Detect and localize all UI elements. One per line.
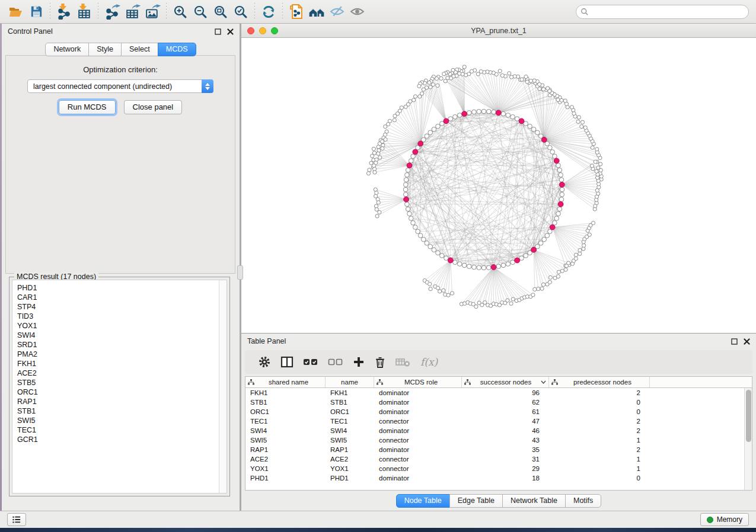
network-node[interactable]	[457, 262, 462, 267]
network-node[interactable]	[492, 110, 496, 114]
first-neighbors-button[interactable]	[307, 2, 327, 21]
network-node[interactable]	[553, 154, 557, 159]
deselect-all-checkboxes-icon[interactable]	[328, 358, 343, 366]
mcds-node[interactable]	[491, 265, 496, 270]
table-row[interactable]: YOX1YOX1connector291	[245, 464, 752, 473]
mcds-list-scrollbar[interactable]	[219, 280, 227, 493]
tab-network[interactable]: Network	[45, 43, 89, 56]
mcds-node[interactable]	[531, 247, 537, 252]
mcds-node[interactable]	[413, 149, 418, 155]
table-row[interactable]: TEC1TEC1connector472	[245, 416, 752, 426]
duplicate-network-button[interactable]	[286, 2, 307, 21]
mcds-result-list[interactable]: PHD1CAR1STP4TID3YOX1SWI4SRD1PMA2FKH1ACE2…	[12, 280, 219, 493]
settings-gear-icon[interactable]	[258, 355, 271, 368]
network-window-titlebar[interactable]: YPA_prune.txt_1	[241, 24, 756, 38]
network-node[interactable]	[559, 178, 564, 182]
network-node[interactable]	[428, 244, 433, 249]
mcds-result-item[interactable]: SWI5	[17, 416, 219, 425]
column-header-MCDS-role[interactable]: MCDS role	[374, 377, 462, 387]
mcds-result-item[interactable]: STP4	[17, 302, 219, 312]
network-node[interactable]	[439, 254, 444, 258]
table-row[interactable]: SWI5SWI5connector431	[245, 435, 752, 445]
network-node[interactable]	[403, 192, 408, 197]
network-node[interactable]	[432, 248, 436, 252]
network-node[interactable]	[545, 233, 550, 238]
import-network-button[interactable]	[54, 2, 74, 21]
open-file-button[interactable]	[6, 2, 26, 21]
network-node[interactable]	[404, 178, 409, 182]
network-node[interactable]	[486, 109, 491, 114]
network-node[interactable]	[407, 211, 412, 216]
tab-edge-table[interactable]: Edge Table	[449, 494, 503, 508]
tab-mcds[interactable]: MCDS	[158, 43, 196, 56]
mcds-result-item[interactable]: GCR1	[17, 435, 219, 444]
network-node[interactable]	[501, 111, 506, 116]
close-panel-button[interactable]: Close panel	[124, 100, 183, 114]
mcds-node[interactable]	[404, 197, 409, 202]
panel-splitter[interactable]	[240, 24, 241, 511]
network-node[interactable]	[432, 127, 436, 132]
save-session-button[interactable]	[26, 2, 46, 21]
mcds-result-item[interactable]: PHD1	[17, 283, 219, 293]
network-node[interactable]	[418, 233, 423, 238]
export-image-button[interactable]	[142, 2, 162, 21]
scrollbar-thumb[interactable]	[746, 390, 751, 442]
network-node[interactable]	[560, 192, 564, 197]
network-node[interactable]	[548, 145, 553, 150]
network-node[interactable]	[556, 211, 561, 216]
network-canvas[interactable]	[241, 38, 756, 333]
network-node[interactable]	[556, 163, 561, 168]
zoom-selected-button[interactable]	[231, 2, 251, 21]
network-node[interactable]	[477, 265, 481, 270]
mcds-result-item[interactable]: RAP1	[17, 397, 219, 406]
network-node[interactable]	[535, 130, 540, 135]
network-node[interactable]	[413, 225, 418, 230]
mcds-node[interactable]	[418, 141, 423, 146]
network-node[interactable]	[531, 127, 536, 132]
network-node[interactable]	[477, 109, 481, 114]
network-node[interactable]	[554, 216, 559, 221]
network-node[interactable]	[538, 241, 543, 246]
mcds-result-item[interactable]: ORC1	[17, 387, 219, 397]
network-node[interactable]	[559, 172, 563, 177]
criterion-select[interactable]: largest connected component (undirected)	[27, 79, 213, 93]
mcds-result-item[interactable]: ACE2	[17, 368, 219, 378]
run-mcds-button[interactable]: Run MCDS	[59, 100, 116, 114]
table-scrollbar[interactable]	[744, 388, 752, 490]
network-node[interactable]	[542, 237, 547, 242]
mcds-result-item[interactable]: YOX1	[17, 321, 219, 331]
show-all-button[interactable]	[347, 2, 367, 21]
network-node[interactable]	[560, 187, 564, 192]
mcds-node[interactable]	[519, 118, 524, 124]
zoom-out-button[interactable]	[190, 2, 210, 21]
network-node[interactable]	[462, 263, 467, 268]
tab-node-table[interactable]: Node Table	[396, 494, 450, 508]
mcds-result-item[interactable]: SRD1	[17, 340, 219, 350]
splitter-grip-icon[interactable]	[237, 265, 243, 280]
export-table-button[interactable]	[122, 2, 142, 21]
network-node[interactable]	[405, 172, 410, 177]
column-header-predecessor-nodes[interactable]: predecessor nodes	[549, 377, 650, 387]
mcds-node[interactable]	[558, 201, 563, 207]
network-node[interactable]	[425, 134, 429, 139]
network-node[interactable]	[457, 113, 462, 118]
network-node[interactable]	[416, 229, 420, 234]
tab-select[interactable]: Select	[121, 43, 158, 56]
network-node[interactable]	[550, 150, 555, 155]
network-node[interactable]	[557, 207, 562, 211]
network-node[interactable]	[409, 159, 413, 164]
network-node[interactable]	[506, 262, 511, 267]
memory-button[interactable]: Memory	[700, 513, 749, 526]
export-network-button[interactable]	[102, 2, 122, 21]
mcds-result-item[interactable]: TEC1	[17, 425, 219, 435]
network-node[interactable]	[411, 220, 416, 225]
network-node[interactable]	[472, 265, 477, 270]
tab-style[interactable]: Style	[88, 43, 122, 56]
tab-motifs[interactable]: Motifs	[565, 494, 601, 508]
show-panels-menu-button[interactable]	[7, 513, 26, 526]
close-panel-icon[interactable]	[227, 28, 234, 35]
zoom-in-button[interactable]	[170, 2, 190, 21]
network-node[interactable]	[496, 264, 501, 269]
table-row[interactable]: SWI4SWI4dominator462	[245, 426, 752, 435]
network-node[interactable]	[425, 241, 429, 246]
